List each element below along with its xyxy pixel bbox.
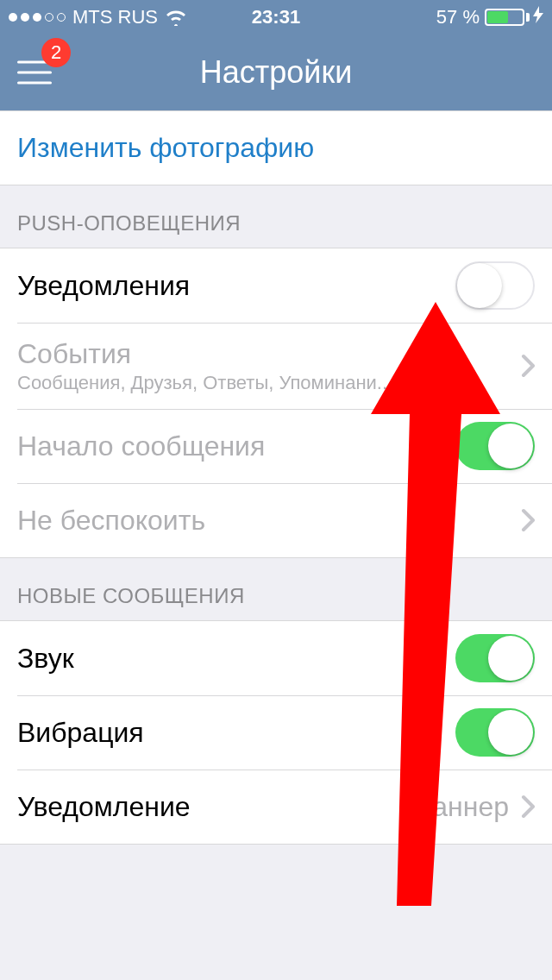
status-bar: MTS RUS 23:31 57 % [0, 0, 552, 35]
row-label: Звук [17, 643, 74, 675]
row-label: События [17, 338, 392, 370]
row-label: Уведомление [17, 791, 191, 823]
row-label: Не беспокоить [17, 505, 205, 537]
row-label: Вибрация [17, 717, 144, 749]
section-header-new-messages: НОВЫЕ СООБЩЕНИЯ [0, 558, 552, 620]
row-alert-type[interactable]: Уведомление Баннер [0, 770, 552, 844]
row-events[interactable]: События Сообщения, Друзья, Ответы, Упоми… [0, 323, 552, 409]
row-label: Начало сообщения [17, 430, 265, 462]
change-photo-link[interactable]: Изменить фотографию [17, 132, 314, 163]
row-dnd[interactable]: Не беспокоить [0, 483, 552, 557]
chevron-right-icon [521, 354, 535, 378]
new-messages-list: Звук Вибрация Уведомление Баннер [0, 620, 552, 845]
charging-icon [533, 6, 543, 28]
row-subtitle: Сообщения, Друзья, Ответы, Упоминани... [17, 372, 392, 394]
row-sound[interactable]: Звук [0, 621, 552, 695]
row-notifications[interactable]: Уведомления [0, 248, 552, 323]
signal-strength-icon [9, 13, 66, 22]
chevron-right-icon [521, 795, 535, 819]
notifications-toggle[interactable] [455, 261, 535, 310]
carrier-label: MTS RUS [72, 6, 158, 28]
battery-icon [485, 6, 543, 28]
notification-badge: 2 [41, 38, 71, 67]
chevron-right-icon [521, 508, 535, 532]
change-photo-row[interactable]: Изменить фотографию [0, 110, 552, 185]
status-right: 57 % [436, 6, 543, 28]
message-preview-toggle[interactable] [455, 422, 535, 470]
row-value: Баннер [414, 791, 509, 823]
sound-toggle[interactable] [455, 634, 535, 682]
row-vibration[interactable]: Вибрация [0, 695, 552, 770]
nav-bar: 2 Настройки [0, 35, 552, 110]
battery-percent: 57 % [436, 6, 480, 28]
row-label: Уведомления [17, 270, 190, 302]
page-title: Настройки [200, 54, 353, 91]
push-list: Уведомления События Сообщения, Друзья, О… [0, 248, 552, 558]
row-message-preview[interactable]: Начало сообщения [0, 409, 552, 483]
wifi-icon [165, 9, 187, 26]
vibration-toggle[interactable] [455, 708, 535, 757]
status-left: MTS RUS [9, 6, 187, 28]
clock: 23:31 [252, 6, 300, 28]
section-header-push: PUSH-ОПОВЕЩЕНИЯ [0, 185, 552, 248]
content: Изменить фотографию PUSH-ОПОВЕЩЕНИЯ Увед… [0, 110, 552, 845]
